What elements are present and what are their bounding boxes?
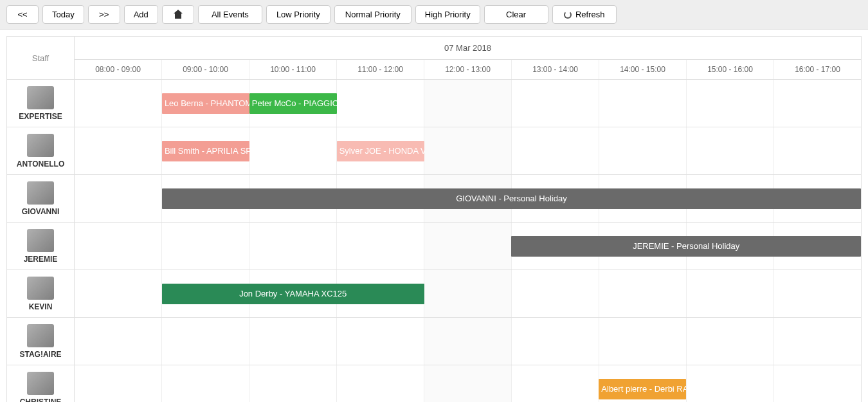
- staff-name-label: STAG!AIRE: [19, 350, 61, 359]
- prev-button[interactable]: <<: [6, 5, 39, 24]
- staff-avatar: [27, 229, 54, 252]
- events-area[interactable]: JEREMIE - Personal Holiday: [75, 223, 861, 270]
- grid-col: [512, 270, 599, 317]
- grid-col: [774, 80, 861, 127]
- scheduler-event[interactable]: GIOVANNI - Personal Holiday: [162, 188, 861, 209]
- time-slot-header: 14:00 - 15:00: [599, 60, 687, 79]
- scheduler-body: EXPERTISELeo Berna - PHANTOMPeter McCo -…: [7, 80, 861, 402]
- grid-col: [599, 270, 687, 317]
- next-button[interactable]: >>: [88, 5, 120, 24]
- staff-avatar: [27, 277, 54, 300]
- grid-col: [424, 80, 512, 127]
- staff-name-label: GIOVANNI: [22, 207, 59, 216]
- time-slot-header: 09:00 - 10:00: [162, 60, 249, 79]
- time-slot-header: 11:00 - 12:00: [337, 60, 424, 79]
- staff-name-label: EXPERTISE: [19, 112, 62, 121]
- grid-col: [687, 127, 774, 174]
- grid-col: [249, 223, 337, 270]
- scheduler-event[interactable]: Jon Derby - YAMAHA XC125: [162, 284, 424, 304]
- grid-col: [424, 270, 512, 317]
- scheduler-event[interactable]: Peter McCo - PIAGGIO: [249, 93, 337, 114]
- staff-cell: JEREMIE: [7, 223, 75, 270]
- grid-col: [337, 80, 424, 127]
- scheduler-event[interactable]: Bill Smith - APRILIA SP: [162, 141, 249, 161]
- scheduler-event[interactable]: Albert pierre - Derbi RA: [599, 379, 686, 399]
- staff-cell: KEVIN: [7, 270, 75, 317]
- grid-col: [424, 223, 512, 270]
- grid-col: [75, 175, 162, 222]
- events-area[interactable]: [75, 318, 861, 365]
- staff-row: KEVINJon Derby - YAMAHA XC125: [7, 270, 861, 318]
- date-area: 07 Mar 2018 08:00 - 09:0009:00 - 10:0010…: [75, 37, 861, 79]
- time-slot-header: 13:00 - 14:00: [512, 60, 599, 79]
- staff-name-label: CHRISTINE: [20, 397, 62, 402]
- staff-header: Staff: [7, 37, 75, 79]
- staff-name-label: JEREMIE: [24, 255, 58, 264]
- events-area[interactable]: Bill Smith - APRILIA SPSylver JOE - HOND…: [75, 127, 861, 174]
- grid-col: [337, 223, 424, 270]
- home-button[interactable]: [162, 5, 194, 24]
- staff-cell: ANTONELLO: [7, 127, 75, 174]
- staff-cell: CHRISTINE: [7, 365, 75, 402]
- home-icon: [174, 11, 183, 19]
- staff-row: STAG!AIRE: [7, 318, 861, 365]
- scheduler-event[interactable]: JEREMIE - Personal Holiday: [511, 236, 861, 257]
- time-slot-header: 08:00 - 09:00: [75, 60, 162, 79]
- time-slot-header: 12:00 - 13:00: [424, 60, 512, 79]
- grid-col: [75, 127, 162, 174]
- grid-col: [599, 318, 687, 365]
- grid-col: [599, 80, 687, 127]
- events-area[interactable]: Leo Berna - PHANTOMPeter McCo - PIAGGIO: [75, 80, 861, 127]
- staff-avatar: [27, 181, 54, 205]
- staff-name-label: KEVIN: [29, 302, 53, 311]
- staff-cell: STAG!AIRE: [7, 318, 75, 365]
- grid-col: [512, 80, 599, 127]
- scheduler-event[interactable]: Leo Berna - PHANTOM: [162, 93, 249, 114]
- events-area[interactable]: Jon Derby - YAMAHA XC125: [75, 270, 861, 317]
- staff-row: EXPERTISELeo Berna - PHANTOMPeter McCo -…: [7, 80, 861, 127]
- grid-col: [75, 223, 162, 270]
- normal-priority-button[interactable]: Normal Priority: [334, 5, 411, 24]
- add-button[interactable]: Add: [124, 5, 158, 24]
- today-button[interactable]: Today: [42, 5, 84, 24]
- grid-col: [162, 365, 249, 402]
- grid-col: [599, 127, 687, 174]
- grid-col: [774, 270, 861, 317]
- grid-col: [687, 270, 774, 317]
- events-area[interactable]: GIOVANNI - Personal Holiday: [75, 175, 861, 222]
- grid-col: [424, 318, 512, 365]
- scheduler-event[interactable]: Sylver JOE - HONDA VFR 800 FI: [337, 141, 424, 161]
- high-priority-button[interactable]: High Priority: [415, 5, 480, 24]
- grid-col: [687, 365, 774, 402]
- staff-row: CHRISTINEAlbert pierre - Derbi RA: [7, 365, 861, 402]
- low-priority-button[interactable]: Low Priority: [266, 5, 330, 24]
- grid-col: [774, 127, 861, 174]
- time-slot-header: 15:00 - 16:00: [687, 60, 774, 79]
- scheduler-header: Staff 07 Mar 2018 08:00 - 09:0009:00 - 1…: [7, 37, 861, 80]
- grid-col: [687, 80, 774, 127]
- grid-cols: [75, 365, 861, 402]
- time-slot-header: 16:00 - 17:00: [774, 60, 861, 79]
- staff-avatar: [27, 372, 54, 395]
- clear-button[interactable]: Clear: [484, 5, 548, 24]
- events-area[interactable]: Albert pierre - Derbi RA: [75, 365, 861, 402]
- grid-col: [337, 318, 424, 365]
- grid-col: [424, 127, 512, 174]
- staff-row: GIOVANNIGIOVANNI - Personal Holiday: [7, 175, 861, 223]
- grid-col: [162, 223, 249, 270]
- refresh-label: Refresh: [575, 10, 605, 19]
- grid-col: [687, 318, 774, 365]
- grid-col: [774, 318, 861, 365]
- scheduler: Staff 07 Mar 2018 08:00 - 09:0009:00 - 1…: [6, 36, 862, 402]
- date-label: 07 Mar 2018: [75, 37, 861, 60]
- refresh-icon: [564, 11, 572, 19]
- all-events-button[interactable]: All Events: [198, 5, 262, 24]
- staff-cell: GIOVANNI: [7, 175, 75, 222]
- grid-col: [75, 270, 162, 317]
- grid-col: [512, 127, 599, 174]
- grid-col: [424, 365, 512, 402]
- refresh-button[interactable]: Refresh: [552, 5, 617, 24]
- time-row: 08:00 - 09:0009:00 - 10:0010:00 - 11:001…: [75, 60, 861, 79]
- staff-avatar: [27, 134, 54, 157]
- time-slot-header: 10:00 - 11:00: [249, 60, 337, 79]
